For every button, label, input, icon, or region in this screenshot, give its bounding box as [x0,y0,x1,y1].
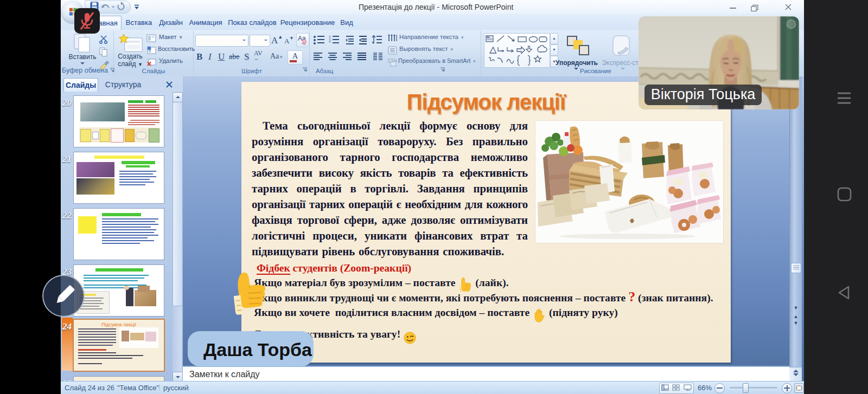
svg-text:1: 1 [329,35,331,39]
svg-text:2: 2 [329,39,331,43]
